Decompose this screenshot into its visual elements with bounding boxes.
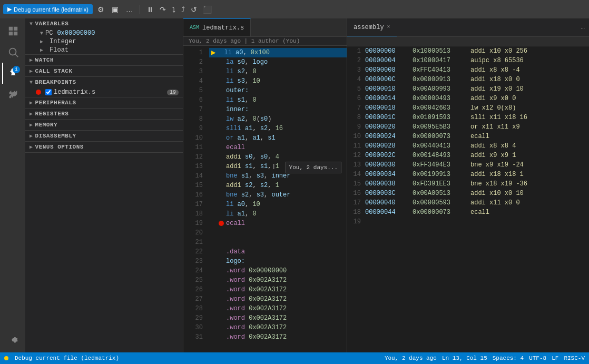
cursor-position[interactable]: Ln 13, Col 15 <box>442 355 487 361</box>
line-numbers: 1 2 3 4 5 6 7 8 9 10 11 12 13 14 15 16 1… <box>183 46 207 352</box>
assembly-tab-close[interactable]: × <box>387 24 390 30</box>
disassembly-chevron: ▶ <box>30 133 33 139</box>
cursor-blink: | <box>272 162 276 171</box>
screen-icon-btn[interactable]: ▣ <box>109 4 121 15</box>
venus-chevron: ▶ <box>30 144 33 150</box>
asm-row-6: 6 00000014 0x00000493 addi x9 x0 0 <box>347 94 589 103</box>
breakpoints-section: ▼ BREAKPOINTS ledmatrix.s 19 <box>25 77 183 97</box>
play-icon: ▶ <box>7 6 12 13</box>
disassembly-header[interactable]: ▶ DISASSEMBLY <box>25 131 183 141</box>
tab-ledmatrix[interactable]: ASM ledmatrix.s <box>183 18 251 36</box>
bp-line-number: 19 <box>167 90 179 95</box>
call-stack-section: ▶ CALL STACK <box>25 66 183 77</box>
git-tooltip: You, 2 days... <box>286 162 341 173</box>
bp-checkbox[interactable] <box>45 89 52 95</box>
activity-debug[interactable]: 1 <box>2 63 23 84</box>
activity-settings[interactable] <box>2 329 23 350</box>
asm-row-16: 16 0000003C 0x00A00513 addi x10 x0 10 <box>347 189 589 198</box>
breakpoints-header[interactable]: ▼ BREAKPOINTS <box>25 77 183 87</box>
breakpoint-item[interactable]: ledmatrix.s 19 <box>25 87 183 97</box>
variables-section: ▼ VARIABLES ▼ PC 0x00000000 ▶ Integer ▶ … <box>25 18 183 55</box>
float-chevron: ▶ <box>40 47 43 53</box>
assembly-tab-more[interactable]: … <box>577 24 589 31</box>
main-layout: 1 ▼ VARIABLES ▼ PC 0x00000000 ▶ Integer <box>0 18 589 352</box>
git-status[interactable]: You, 2 days ago <box>385 355 437 361</box>
code-line-30: .word 0x002A3172 <box>209 323 347 332</box>
asm-row-2: 2 00000004 0x10000417 auipc x8 65536 <box>347 56 589 65</box>
registers-chevron: ▶ <box>30 111 33 117</box>
code-line-13: addi s1, s1, 1 You, 2 days... | <box>209 162 347 171</box>
venus-section: ▶ VENUS OPTIONS <box>25 142 183 153</box>
debug-status-dot <box>4 356 8 360</box>
code-line-16: bne s2, s3, outer <box>209 190 347 200</box>
code-line-20 <box>209 228 347 238</box>
activity-bar: 1 <box>0 18 25 352</box>
activity-explorer[interactable] <box>2 21 23 42</box>
stop-button[interactable]: ⬛ <box>200 4 214 15</box>
pc-chevron: ▼ <box>40 31 43 36</box>
registers-header[interactable]: ▶ REGISTERS <box>25 109 183 119</box>
code-line-3: li s2, 0 <box>209 67 347 76</box>
encoding[interactable]: UTF-8 <box>529 355 546 361</box>
debug-status-label[interactable]: Debug current file (ledmatrix) <box>15 355 119 361</box>
code-line-27: .word 0x002A3172 <box>209 294 347 304</box>
code-line-4: li s3, 10 <box>209 76 347 86</box>
settings-icon-btn[interactable]: ⚙ <box>95 4 107 15</box>
disassembly-section: ▶ DISASSEMBLY <box>25 131 183 142</box>
pause-button[interactable]: ⏸ <box>144 4 156 15</box>
editor-tabs: ASM ledmatrix.s <box>183 18 347 37</box>
code-line-18: li a1, 0 <box>209 209 347 219</box>
step-out-button[interactable]: ⤴ <box>179 4 188 15</box>
code-line-2: la s0, logo <box>209 57 347 67</box>
debug-current-button[interactable]: ▶ Debug current file (ledmatrix) <box>3 4 93 14</box>
activity-extensions[interactable] <box>2 84 23 105</box>
integer-row[interactable]: ▶ Integer <box>25 37 183 46</box>
asm-row-18: 18 00000044 0x00000073 ecall <box>347 208 589 217</box>
peripherals-section: ▶ PERIPHERALS <box>25 97 183 109</box>
restart-button[interactable]: ↺ <box>188 4 200 15</box>
code-editor[interactable]: ▶ li a0, 0x100 la s0, logo li s2, 0 <box>207 46 347 352</box>
code-line-24: .word 0x00000000 <box>209 266 347 276</box>
code-line-10: or a1, a1, s1 <box>209 133 347 143</box>
debug-arrow-icon: ▶ <box>211 48 215 57</box>
variables-header[interactable]: ▼ VARIABLES <box>25 18 183 29</box>
code-line-8: lw a2, 0(s0) <box>209 114 347 124</box>
more-icon-btn[interactable]: … <box>123 4 136 15</box>
registers-section: ▶ REGISTERS <box>25 109 183 120</box>
integer-chevron: ▶ <box>40 38 43 45</box>
code-line-29: .word 0x002A3172 <box>209 313 347 323</box>
asm-row-11: 11 00000028 0x00440413 addi x8 x8 4 <box>347 141 589 151</box>
activity-search[interactable] <box>2 42 23 63</box>
topbar: ▶ Debug current file (ledmatrix) ⚙ ▣ … ⏸… <box>0 0 589 18</box>
code-line-22: .data <box>209 247 347 257</box>
code-line-25: .word 0x002A3172 <box>209 276 347 285</box>
bp-chevron: ▼ <box>30 80 33 85</box>
watch-section: ▶ WATCH <box>25 55 183 66</box>
memory-section: ▶ MEMORY <box>25 120 183 131</box>
language-mode[interactable]: RISC-V <box>564 355 585 361</box>
float-row[interactable]: ▶ Float <box>25 46 183 54</box>
peripherals-chevron: ▶ <box>30 100 33 106</box>
git-author-bar: You, 2 days ago | 1 author (You) <box>183 37 347 46</box>
step-into-button[interactable]: ⤵ <box>169 4 178 15</box>
pc-row[interactable]: ▼ PC 0x00000000 <box>25 29 183 37</box>
code-line-7: inner: <box>209 105 347 114</box>
watch-header[interactable]: ▶ WATCH <box>25 55 183 65</box>
line-ending[interactable]: LF <box>552 355 558 361</box>
code-line-28: .word 0x002A3172 <box>209 304 347 313</box>
tab-asm-icon: ASM <box>190 25 199 31</box>
code-line-15: addi s2, s2, 1 <box>209 181 347 190</box>
asm-row-9: 9 00000020 0x0095E5B3 or x11 x11 x9 <box>347 122 589 132</box>
asm-row-5: 5 00000010 0x00A00993 addi x19 x0 10 <box>347 84 589 94</box>
indent-spaces[interactable]: Spaces: 4 <box>493 355 524 361</box>
memory-header[interactable]: ▶ MEMORY <box>25 120 183 130</box>
separator-1 <box>140 5 140 14</box>
statusbar-right: You, 2 days ago Ln 13, Col 15 Spaces: 4 … <box>385 355 585 361</box>
step-over-button[interactable]: ↷ <box>157 4 169 15</box>
call-stack-header[interactable]: ▶ CALL STACK <box>25 66 183 76</box>
asm-row-17: 17 00000040 0x00000593 addi x11 x0 0 <box>347 198 589 208</box>
code-line-23: logo: <box>209 257 347 266</box>
assembly-tab[interactable]: assembly × <box>347 18 397 36</box>
venus-header[interactable]: ▶ VENUS OPTIONS <box>25 142 183 152</box>
peripherals-header[interactable]: ▶ PERIPHERALS <box>25 97 183 108</box>
